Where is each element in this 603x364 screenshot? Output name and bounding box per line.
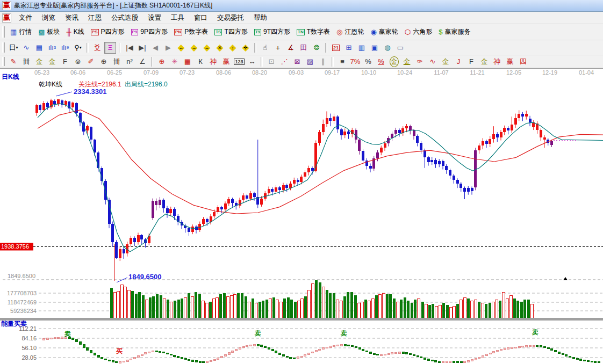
next-bar-button[interactable]: ▶ (162, 42, 174, 54)
gold-circle-tool[interactable]: 金 (388, 56, 400, 68)
brush-candle-tool[interactable]: ✑ (414, 56, 426, 68)
menu-江恩[interactable]: 江恩 (83, 12, 106, 24)
gann-wheel-button[interactable]: ◎江恩轮 (333, 26, 367, 38)
step-lines-tool[interactable]: ≡ (336, 56, 348, 68)
hexagon-button[interactable]: ⬡六角形 (401, 26, 435, 38)
square-n2-tool[interactable]: n² (124, 56, 135, 68)
oscillator-bar (257, 345, 259, 346)
crosshair-tool-button[interactable]: ＋ (272, 42, 284, 54)
t-number-table-button[interactable]: TNT数字表 (293, 26, 333, 38)
menu-文件[interactable]: 文件 (14, 12, 37, 24)
calculator-button[interactable]: ⊞ (343, 42, 355, 54)
calendar-button[interactable]: 21 (330, 42, 342, 54)
t9-badge-icon: T9 (254, 29, 261, 35)
t-square-button[interactable]: TST四方形 (211, 26, 251, 38)
spiral-tool[interactable]: ⊚ (72, 56, 84, 68)
box-corner-tool[interactable]: ⊡ (265, 56, 277, 68)
boxed-fan-tool[interactable]: ⊠ (291, 56, 303, 68)
toolbar-grip[interactable] (2, 42, 5, 53)
draw-arrow-tool[interactable]: ✎ (8, 56, 19, 68)
pin-dropdown[interactable]: ⚲▾ (72, 42, 84, 54)
fan-lines-tool[interactable]: ⋰ (278, 56, 290, 68)
pan-right-button[interactable]: ◆→ (188, 42, 200, 54)
shen-angle-tool[interactable]: 神 (491, 56, 503, 68)
oscillator-bar (464, 361, 466, 363)
compress-button[interactable]: ◆✕ (214, 42, 226, 54)
period-day-dropdown[interactable]: 日▾ (8, 42, 19, 54)
kline-button[interactable]: ╫K线 (63, 26, 88, 38)
menu-窗口[interactable]: 窗口 (189, 12, 212, 24)
9p-square-button[interactable]: P99P四方形 (128, 26, 171, 38)
wreath-button[interactable]: ❂ (311, 42, 322, 54)
main-chart-svg[interactable]: 05-2306-0606-2507-0907-2308-0608-2009-03… (0, 68, 603, 364)
gold-ratio-tool-1[interactable]: 金 (33, 56, 45, 68)
circle-ticks-tool[interactable]: ⊕ (98, 56, 110, 68)
percent-tool[interactable]: % (362, 56, 374, 68)
pan-left-button[interactable]: ◆← (175, 42, 187, 54)
info-document-icon[interactable]: ▤ (33, 42, 45, 54)
gold-lines-tool[interactable]: 金 (401, 56, 413, 68)
menu-工具[interactable]: 工具 (166, 12, 189, 24)
k-mark-tool[interactable]: К (195, 56, 206, 68)
zigzag-chart-icon[interactable]: ∿ (20, 42, 32, 54)
save-button[interactable]: ▣ (369, 42, 381, 54)
menu-交易委托[interactable]: 交易委托 (212, 12, 249, 24)
percent-strike-tool[interactable]: 7% (349, 56, 361, 68)
9t-square-button[interactable]: T99T四方形 (251, 26, 293, 38)
last-bar-button[interactable]: ▶| (137, 42, 148, 54)
p-number-table-button[interactable]: PNP数字表 (171, 26, 211, 38)
volume-bar (481, 303, 484, 318)
four-angle-tool[interactable]: 四 (517, 56, 529, 68)
notes-button[interactable]: ▥ (356, 42, 368, 54)
toolbar-grip[interactable] (2, 57, 5, 65)
f-angle-tool[interactable]: F (465, 56, 477, 68)
volume-distribution-button[interactable]: Ξ (104, 42, 116, 54)
kline-pattern-button[interactable]: 爻 (91, 42, 103, 54)
web-square-tool[interactable]: ▦ (182, 56, 193, 68)
zoom-vertical-button[interactable]: ◆↕ (227, 42, 239, 54)
width-measure-tool[interactable]: ↔ (246, 56, 258, 68)
bars-3-icon[interactable]: ılı3 (46, 42, 58, 54)
bars-9-icon[interactable]: ılı9 (59, 42, 71, 54)
web-sync-button[interactable]: ◍ (382, 42, 393, 54)
sell-signal-label: 卖 (254, 330, 261, 337)
p-square-button[interactable]: PSP四方形 (88, 26, 128, 38)
menu-浏览[interactable]: 浏览 (37, 12, 60, 24)
brush-tool[interactable]: ✐ (85, 56, 97, 68)
winner-wheel-button[interactable]: ◉赢家轮 (367, 26, 401, 38)
menu-设置[interactable]: 设置 (143, 12, 166, 24)
ying-tool[interactable]: 赢 (220, 56, 232, 68)
quotes-button[interactable]: ▦行情 (7, 26, 35, 38)
expand-all-button[interactable]: ◆✛ (240, 42, 252, 54)
zoom-horizontal-button[interactable]: ◆↔ (201, 42, 213, 54)
percent-line-tool[interactable]: % (375, 56, 387, 68)
prev-bar-button[interactable]: ◀ (149, 42, 161, 54)
web-circle-tool[interactable]: ✳ (169, 56, 181, 68)
ruler-ticks-tool[interactable]: 卌 (111, 56, 123, 68)
gold-slash-tool[interactable]: 金 (440, 56, 451, 68)
ruler-123-tool[interactable]: 123 (233, 56, 245, 68)
mirror-angle-tool[interactable]: ∠ (137, 56, 148, 68)
shen-tool[interactable]: 神 (207, 56, 219, 68)
parallel-lines-tool[interactable]: ∥ (317, 56, 329, 68)
hand-tool-button[interactable]: ☝ (259, 42, 271, 54)
menu-公式选股[interactable]: 公式选股 (106, 12, 143, 24)
first-bar-button[interactable]: |◀ (124, 42, 135, 54)
gold-ratio-tool-2[interactable]: 金 (46, 56, 58, 68)
winner-service-button[interactable]: $赢家服务 (435, 26, 473, 38)
grid-fill-tool[interactable]: ▨ (304, 56, 316, 68)
gold-angle-tool[interactable]: 金 (478, 56, 490, 68)
fib-f-tool[interactable]: F (59, 56, 71, 68)
sectors-button[interactable]: ▩板块 (35, 26, 63, 38)
remote-pc-button[interactable]: ▭ (394, 42, 406, 54)
grid-tool-button[interactable]: 田 (298, 42, 310, 54)
toolbar-grip[interactable] (2, 26, 5, 37)
menu-资讯[interactable]: 资讯 (60, 12, 83, 24)
wave-tool[interactable]: ∿ (427, 56, 439, 68)
target-circle-tool[interactable]: ⊕ (156, 56, 168, 68)
gann-ticks-tool[interactable]: 卌 (20, 56, 32, 68)
j-angle-tool[interactable]: J (453, 56, 464, 68)
ying-angle-tool[interactable]: 赢 (504, 56, 516, 68)
angle-measure-button[interactable]: ∡ (285, 42, 297, 54)
menu-帮助[interactable]: 帮助 (249, 12, 272, 24)
